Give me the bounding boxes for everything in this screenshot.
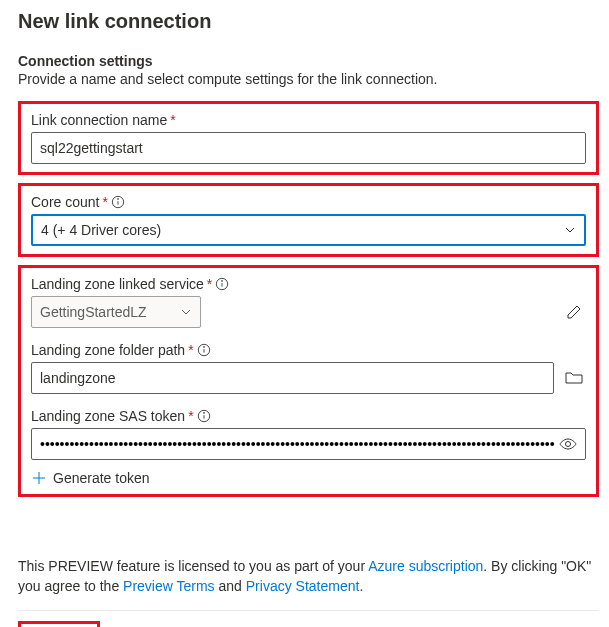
privacy-statement-link[interactable]: Privacy Statement [246, 578, 360, 594]
folder-icon [565, 370, 583, 386]
chevron-down-icon [180, 306, 192, 318]
preview-terms-link[interactable]: Preview Terms [123, 578, 215, 594]
core-count-label: Core count * [31, 194, 586, 210]
svg-point-12 [566, 442, 571, 447]
highlight-core-count: Core count * 4 (+ 4 Driver cores) [18, 183, 599, 257]
azure-subscription-link[interactable]: Azure subscription [368, 558, 483, 574]
lz-sas-input[interactable] [31, 428, 586, 460]
info-icon[interactable] [197, 343, 211, 357]
reveal-token-button[interactable] [556, 432, 580, 456]
info-icon[interactable] [197, 409, 211, 423]
highlight-link-name: Link connection name * [18, 101, 599, 175]
info-icon[interactable] [215, 277, 229, 291]
page-title: New link connection [18, 10, 599, 33]
lz-service-select[interactable]: GettingStartedLZ [31, 296, 201, 328]
lz-folder-label: Landing zone folder path * [31, 342, 586, 358]
preview-notice: This PREVIEW feature is licensed to you … [18, 557, 599, 596]
chevron-down-icon [564, 224, 576, 236]
highlight-ok: OK [18, 621, 100, 627]
info-icon[interactable] [111, 195, 125, 209]
lz-sas-label: Landing zone SAS token * [31, 408, 586, 424]
section-heading: Connection settings [18, 53, 599, 69]
core-count-select[interactable]: 4 (+ 4 Driver cores) [31, 214, 586, 246]
link-name-input[interactable] [31, 132, 586, 164]
divider [18, 610, 599, 611]
lz-service-label: Landing zone linked service * [31, 276, 586, 292]
edit-service-button[interactable] [562, 300, 586, 324]
footer: OK Back Cancel [18, 621, 599, 627]
svg-point-2 [118, 199, 119, 200]
svg-point-11 [203, 413, 204, 414]
link-name-label: Link connection name * [31, 112, 586, 128]
browse-folder-button[interactable] [562, 366, 586, 390]
pencil-icon [566, 304, 582, 320]
plus-icon [31, 470, 47, 486]
svg-point-8 [203, 347, 204, 348]
section-desc: Provide a name and select compute settin… [18, 71, 599, 87]
svg-point-5 [222, 281, 223, 282]
highlight-landing-zone: Landing zone linked service * GettingSta… [18, 265, 599, 497]
lz-folder-input[interactable] [31, 362, 554, 394]
eye-icon [559, 437, 577, 451]
generate-token-button[interactable]: Generate token [31, 470, 586, 486]
